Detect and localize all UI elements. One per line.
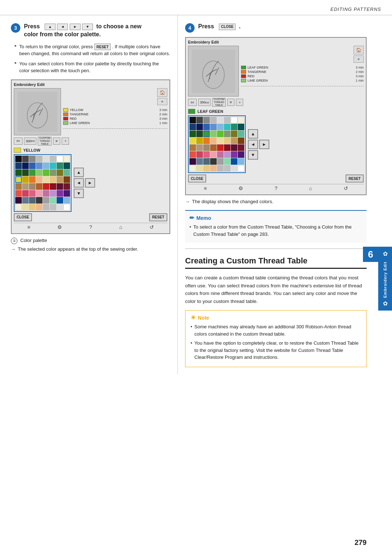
palette-cell[interactable] bbox=[224, 151, 230, 158]
palette-cell[interactable] bbox=[22, 183, 29, 190]
palette-cell[interactable] bbox=[203, 144, 210, 151]
palette-cell[interactable] bbox=[36, 163, 42, 169]
palette-cell[interactable] bbox=[238, 138, 244, 144]
palette-cell[interactable] bbox=[189, 124, 196, 130]
palette-cell[interactable] bbox=[22, 204, 29, 210]
palette-cell[interactable] bbox=[43, 204, 49, 210]
palette-cell[interactable] bbox=[36, 169, 42, 176]
palette-cell[interactable] bbox=[43, 190, 49, 197]
palette-cell[interactable] bbox=[231, 124, 237, 130]
palette-cell[interactable] bbox=[57, 163, 63, 169]
palette-cell[interactable] bbox=[238, 117, 244, 123]
palette-cell[interactable] bbox=[15, 169, 22, 176]
palette-cell[interactable] bbox=[210, 124, 217, 130]
palette-cell[interactable] bbox=[36, 197, 42, 204]
palette-cell[interactable] bbox=[238, 151, 244, 158]
palette-cell[interactable] bbox=[189, 138, 196, 144]
palette-cell[interactable] bbox=[29, 204, 36, 210]
palette-cell[interactable] bbox=[196, 144, 203, 151]
palette-cell[interactable] bbox=[36, 190, 42, 197]
home-icon-4[interactable]: ⌂ bbox=[309, 185, 312, 191]
palette-cell[interactable] bbox=[231, 151, 237, 158]
home-button[interactable]: 🏠 bbox=[157, 88, 167, 97]
palette-cell[interactable] bbox=[238, 158, 244, 165]
palette-cell[interactable] bbox=[57, 190, 63, 197]
palette-cell[interactable] bbox=[50, 163, 56, 169]
help-icon-4[interactable]: ? bbox=[274, 185, 277, 191]
palette-cell[interactable] bbox=[210, 151, 217, 158]
home-icon[interactable]: ⌂ bbox=[119, 224, 122, 230]
palette-cell[interactable] bbox=[43, 176, 49, 183]
palette-cell[interactable] bbox=[57, 197, 63, 204]
palette-cell[interactable] bbox=[217, 138, 224, 144]
palette-cell[interactable] bbox=[50, 197, 56, 204]
palette-cell[interactable] bbox=[29, 156, 36, 162]
palette-cell[interactable] bbox=[36, 156, 42, 162]
plus-btn-4[interactable]: ＋ bbox=[236, 99, 243, 106]
arrow-down-btn-4[interactable]: ▼ bbox=[248, 150, 258, 160]
palette-cell[interactable] bbox=[15, 163, 22, 169]
palette-cell[interactable] bbox=[210, 138, 217, 144]
palette-cell[interactable] bbox=[203, 117, 210, 123]
palette-cell[interactable] bbox=[64, 204, 70, 210]
palette-cell[interactable] bbox=[189, 165, 196, 172]
palette-cell[interactable] bbox=[29, 183, 36, 190]
palette-cell[interactable] bbox=[50, 156, 56, 162]
close-button-3[interactable]: CLOSE bbox=[14, 213, 32, 221]
minus-btn-4[interactable]: ✕ bbox=[227, 99, 234, 106]
palette-cell[interactable] bbox=[224, 158, 230, 165]
palette-cell[interactable] bbox=[224, 117, 230, 123]
palette-cell[interactable] bbox=[189, 158, 196, 165]
palette-cell[interactable] bbox=[57, 183, 63, 190]
palette-cell[interactable] bbox=[189, 144, 196, 151]
arrow-left-btn-4[interactable]: ◄ bbox=[248, 140, 258, 149]
palette-cell[interactable] bbox=[36, 176, 42, 183]
refresh-icon-4[interactable]: ↺ bbox=[344, 185, 348, 191]
palette-cell[interactable] bbox=[15, 204, 22, 210]
size-btn-4[interactable]: 64 bbox=[188, 99, 197, 106]
palette-cell[interactable] bbox=[64, 156, 70, 162]
palette-cell[interactable] bbox=[231, 165, 237, 172]
palette-cell[interactable] bbox=[29, 169, 36, 176]
palette-cell[interactable] bbox=[238, 124, 244, 130]
reset-button-4[interactable]: RESET bbox=[346, 175, 364, 182]
palette-cell[interactable] bbox=[196, 151, 203, 158]
palette-cell[interactable] bbox=[217, 165, 224, 172]
arrow-up-btn[interactable]: ▲ bbox=[74, 168, 84, 177]
arrow-down-btn[interactable]: ▼ bbox=[74, 189, 84, 198]
palette-cell[interactable] bbox=[57, 176, 63, 183]
small-button[interactable]: ≡ bbox=[157, 98, 167, 105]
help-icon[interactable]: ? bbox=[89, 224, 92, 230]
palette-cell[interactable] bbox=[57, 156, 63, 162]
palette-cell[interactable] bbox=[238, 165, 244, 172]
palette-cell[interactable] bbox=[64, 190, 70, 197]
palette-cell[interactable] bbox=[15, 190, 22, 197]
palette-cell[interactable] bbox=[57, 169, 63, 176]
palette-cell[interactable] bbox=[50, 176, 56, 183]
palette-cell[interactable] bbox=[50, 204, 56, 210]
palette-cell[interactable] bbox=[224, 124, 230, 130]
palette-cell[interactable] bbox=[22, 176, 29, 183]
arrow-right-btn-4[interactable]: ► bbox=[259, 140, 269, 149]
palette-cell[interactable] bbox=[43, 156, 49, 162]
palette-cell[interactable] bbox=[231, 158, 237, 165]
menu-icon[interactable]: ≡ bbox=[27, 224, 30, 230]
palette-cell[interactable] bbox=[22, 169, 29, 176]
palette-cell[interactable] bbox=[15, 183, 22, 190]
palette-cell[interactable] bbox=[224, 131, 230, 137]
palette-cell[interactable] bbox=[210, 165, 217, 172]
palette-cell[interactable] bbox=[217, 131, 224, 137]
palette-cell[interactable] bbox=[203, 124, 210, 130]
minus-icon-btn[interactable]: ✕ bbox=[53, 138, 60, 145]
palette-cell[interactable] bbox=[43, 169, 49, 176]
palette-cell[interactable] bbox=[231, 138, 237, 144]
palette-cell[interactable] bbox=[43, 197, 49, 204]
close-button-4[interactable]: CLOSE bbox=[188, 175, 206, 182]
settings-icon-4[interactable]: ⚙ bbox=[238, 185, 243, 191]
palette-cell[interactable] bbox=[231, 131, 237, 137]
settings-icon[interactable]: ⚙ bbox=[57, 224, 62, 230]
palette-cell[interactable] bbox=[64, 169, 70, 176]
palette-cell[interactable] bbox=[22, 156, 29, 162]
palette-cell[interactable] bbox=[210, 158, 217, 165]
palette-cell[interactable] bbox=[238, 131, 244, 137]
